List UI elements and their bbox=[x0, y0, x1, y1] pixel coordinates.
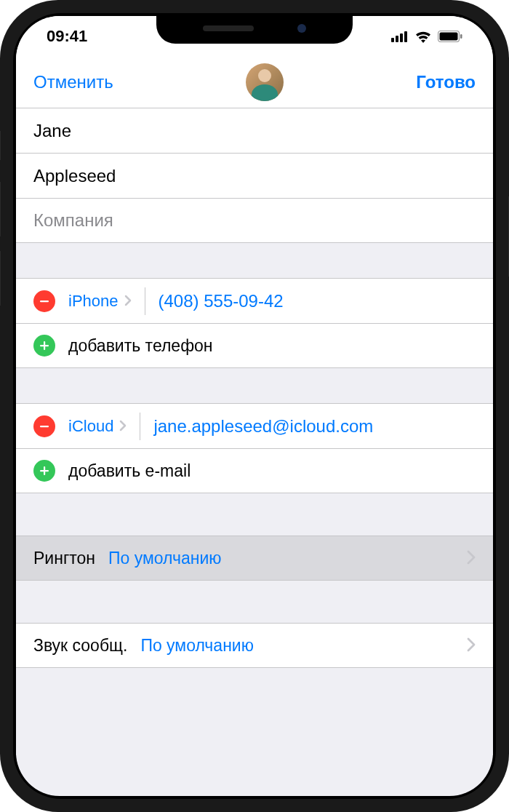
ringtone-value: По умолчанию bbox=[108, 549, 467, 568]
email-type-button[interactable]: iCloud bbox=[68, 417, 113, 436]
group-gap bbox=[16, 243, 493, 278]
contact-avatar[interactable] bbox=[246, 63, 284, 101]
done-button[interactable]: Готово bbox=[416, 72, 476, 92]
notch bbox=[156, 13, 353, 44]
svg-rect-6 bbox=[460, 34, 462, 39]
group-gap bbox=[16, 368, 493, 403]
speaker-grille bbox=[203, 25, 254, 31]
texttone-value: По умолчанию bbox=[140, 636, 467, 656]
last-name-input[interactable] bbox=[33, 166, 476, 186]
svg-rect-7 bbox=[40, 300, 49, 302]
add-phone-label: добавить телефон bbox=[68, 336, 213, 356]
remove-phone-icon[interactable] bbox=[33, 290, 55, 312]
vertical-separator bbox=[140, 413, 140, 440]
first-name-row[interactable] bbox=[16, 108, 493, 153]
phone-number-value[interactable]: (408) 555-09-42 bbox=[159, 291, 476, 311]
ringtone-row[interactable]: Рингтон По умолчанию bbox=[16, 536, 493, 581]
volume-up-button bbox=[0, 182, 1, 236]
vertical-separator bbox=[145, 287, 145, 315]
ringtone-label: Рингтон bbox=[33, 549, 95, 568]
svg-rect-12 bbox=[40, 470, 49, 471]
company-row[interactable] bbox=[16, 198, 493, 243]
svg-rect-2 bbox=[400, 33, 403, 42]
svg-rect-3 bbox=[404, 31, 407, 42]
email-row[interactable]: iCloud jane.appleseed@icloud.com bbox=[16, 403, 493, 448]
device-frame: 09:41 Отменить Готово bbox=[0, 0, 509, 812]
svg-rect-5 bbox=[440, 33, 458, 41]
svg-rect-1 bbox=[396, 36, 398, 42]
volume-down-button bbox=[0, 251, 1, 306]
wifi-icon bbox=[414, 30, 432, 43]
group-gap bbox=[16, 493, 493, 536]
add-phone-icon[interactable] bbox=[33, 335, 55, 357]
first-name-input[interactable] bbox=[33, 121, 476, 141]
screen: 09:41 Отменить Готово bbox=[16, 16, 493, 796]
cellular-signal-icon bbox=[391, 31, 409, 42]
svg-rect-10 bbox=[40, 426, 49, 427]
add-email-row[interactable]: добавить e-mail bbox=[16, 448, 493, 493]
last-name-row[interactable] bbox=[16, 153, 493, 198]
chevron-right-icon bbox=[467, 547, 476, 570]
add-phone-row[interactable]: добавить телефон bbox=[16, 323, 493, 368]
texttone-row[interactable]: Звук сообщ. По умолчанию bbox=[16, 623, 493, 668]
mute-switch bbox=[0, 131, 1, 160]
add-email-label: добавить e-mail bbox=[68, 461, 191, 481]
phone-type-button[interactable]: iPhone bbox=[68, 292, 119, 311]
phone-row[interactable]: iPhone (408) 555-09-42 bbox=[16, 278, 493, 323]
device-inner: 09:41 Отменить Готово bbox=[13, 13, 496, 799]
svg-rect-0 bbox=[391, 38, 394, 42]
texttone-label: Звук сообщ. bbox=[33, 636, 127, 656]
group-gap bbox=[16, 581, 493, 623]
chevron-right-icon bbox=[119, 417, 127, 436]
chevron-right-icon bbox=[467, 634, 476, 657]
battery-icon bbox=[438, 31, 462, 42]
email-address-value[interactable]: jane.appleseed@icloud.com bbox=[153, 416, 476, 437]
remove-email-icon[interactable] bbox=[33, 415, 55, 437]
cancel-button[interactable]: Отменить bbox=[33, 72, 113, 92]
nav-bar: Отменить Готово bbox=[16, 57, 493, 108]
group-gap bbox=[16, 668, 493, 755]
add-email-icon[interactable] bbox=[33, 460, 55, 482]
svg-rect-9 bbox=[40, 345, 49, 346]
chevron-right-icon bbox=[124, 292, 132, 311]
company-input[interactable] bbox=[33, 210, 476, 231]
front-camera bbox=[297, 24, 306, 33]
